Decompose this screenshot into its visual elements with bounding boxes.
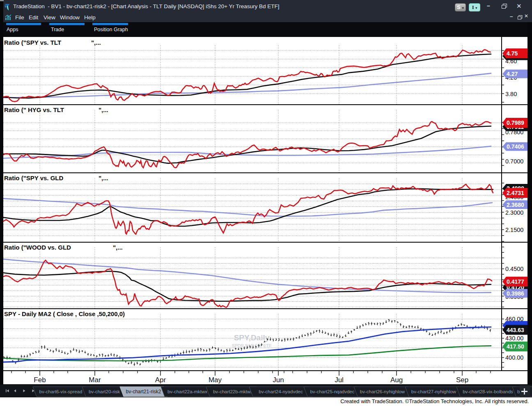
svg-text:bv-chart22a-mktwx: bv-chart22a-mktwx xyxy=(167,389,207,394)
svg-text:Ratio (" HYG vs. TLT: Ratio (" HYG vs. TLT xyxy=(4,106,64,113)
svg-text:Jul: Jul xyxy=(335,376,344,384)
svg-text:SPY,Daily: SPY,Daily xyxy=(234,333,270,342)
svg-text:Ratio ("WOOD vs. GLD: Ratio ("WOOD vs. GLD xyxy=(4,244,71,251)
svg-text:0.3986: 0.3986 xyxy=(507,290,524,297)
svg-text:0.7989: 0.7989 xyxy=(507,119,524,126)
svg-text:bv-chart24-nyadvdec: bv-chart24-nyadvdec xyxy=(259,389,303,394)
svg-text:Jun: Jun xyxy=(273,376,284,384)
svg-text:0.4500: 0.4500 xyxy=(505,266,523,272)
svg-text:2.3000: 2.3000 xyxy=(505,209,523,216)
svg-text:Aug: Aug xyxy=(390,376,403,384)
svg-text:bv-chart6-vix-spread: bv-chart6-vix-spread xyxy=(39,389,83,394)
svg-text:bv-chart21-risk2: bv-chart21-risk2 xyxy=(126,389,161,395)
svg-text:May: May xyxy=(209,376,222,384)
svg-text:bv-chart25-nqadvdec: bv-chart25-nqadvdec xyxy=(310,389,354,394)
svg-text:430.00: 430.00 xyxy=(505,335,523,342)
svg-text:",...: ",... xyxy=(91,39,101,46)
svg-text:2.3680: 2.3680 xyxy=(507,202,524,208)
svg-text:417.50: 417.50 xyxy=(507,343,524,350)
svg-text:0.4177: 0.4177 xyxy=(507,278,524,285)
svg-text:0.7000: 0.7000 xyxy=(505,158,523,165)
svg-text:4.75: 4.75 xyxy=(507,50,518,57)
svg-text:3.80: 3.80 xyxy=(505,91,517,97)
svg-text:Mar: Mar xyxy=(89,376,101,384)
svg-text:",...: ",... xyxy=(99,106,108,113)
svg-text:2.4731: 2.4731 xyxy=(507,190,524,196)
svg-text:Ratio ("SPY vs. TLT: Ratio ("SPY vs. TLT xyxy=(4,39,61,46)
svg-text:Apr: Apr xyxy=(155,376,166,384)
svg-text:4.27: 4.27 xyxy=(507,71,518,77)
svg-text:bv-chart27-nyhighlow: bv-chart27-nyhighlow xyxy=(411,389,456,394)
svg-text:Ratio ("SPY vs. GLD: Ratio ("SPY vs. GLD xyxy=(4,174,64,181)
svg-text:SPDR S&P 500 ETF: SPDR S&P 500 ETF xyxy=(232,343,272,348)
svg-text:",...: ",... xyxy=(113,244,123,251)
svg-text:400.00: 400.00 xyxy=(505,354,523,361)
svg-text:",...: ",... xyxy=(99,174,108,181)
svg-text:Sep: Sep xyxy=(456,376,468,384)
svg-text:bv-chart22b-mktwx: bv-chart22b-mktwx xyxy=(213,389,253,394)
svg-text:SPY - Daily MA2 ( Close , Clo: SPY - Daily MA2 ( Close , Close ,50,200,… xyxy=(4,310,125,317)
svg-text:Feb: Feb xyxy=(34,376,46,384)
svg-text:bv-chart20-risk: bv-chart20-risk xyxy=(89,389,120,394)
svg-text:bv-chart28-vix-bolbands: bv-chart28-vix-bolbands xyxy=(463,389,513,394)
svg-text:443.63: 443.63 xyxy=(507,327,524,333)
svg-text:2.1500: 2.1500 xyxy=(505,227,523,233)
svg-text:0.7406: 0.7406 xyxy=(507,143,524,150)
svg-text:bv-chart26-nyhighlow: bv-chart26-nyhighlow xyxy=(360,389,405,394)
